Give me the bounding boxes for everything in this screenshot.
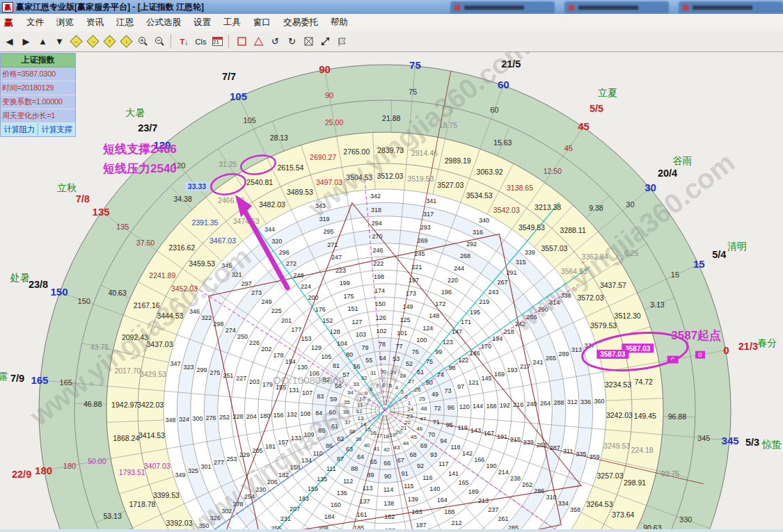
svg-text:165: 165: [458, 479, 468, 486]
gann-wheel-svg[interactable]: 1234567891011121314151617181920212223242…: [0, 51, 783, 532]
svg-text:3587.03: 3587.03: [600, 350, 626, 358]
background-tab[interactable]: [564, 1, 669, 14]
svg-text:129: 129: [311, 344, 322, 351]
diamond-down[interactable]: ↓: [119, 33, 134, 49]
svg-text:大暑: 大暑: [125, 107, 145, 118]
svg-text:135: 135: [317, 476, 327, 483]
square-tool[interactable]: [235, 33, 249, 49]
menu-item-5[interactable]: 设置: [187, 15, 217, 31]
move-tool[interactable]: [318, 33, 333, 49]
svg-text:141: 141: [448, 470, 459, 477]
menu-item-9[interactable]: 帮助: [324, 15, 354, 31]
svg-text:3: 3: [401, 389, 404, 395]
svg-text:75: 75: [409, 88, 417, 96]
menu-item-7[interactable]: 窗口: [247, 15, 277, 31]
svg-text:67: 67: [397, 457, 404, 464]
svg-text:77: 77: [395, 343, 402, 350]
triangle-tool[interactable]: [251, 33, 266, 49]
svg-text:253: 253: [226, 456, 237, 462]
svg-text:191: 191: [497, 433, 507, 440]
peak-down-tool[interactable]: ▼: [52, 33, 67, 49]
svg-text:31.25: 31.25: [219, 160, 237, 168]
menu-item-1[interactable]: 浏览: [50, 15, 80, 31]
cls-button[interactable]: Cls: [193, 33, 208, 49]
diamond-left[interactable]: ←: [69, 33, 84, 49]
svg-text:262: 262: [522, 481, 532, 488]
zoom-out-icon[interactable]: [152, 33, 167, 49]
index-info-panel: 上证指数 价格=3587.0300时间=20180129变换系数=1.00000…: [0, 53, 76, 137]
svg-text:204: 204: [246, 413, 257, 420]
panel-button-0[interactable]: 计算阻力: [1, 123, 38, 136]
svg-text:3063.92: 3063.92: [477, 168, 503, 176]
background-browser-tabs[interactable]: [441, 0, 783, 14]
menu-item-6[interactable]: 工具: [217, 15, 247, 31]
svg-text:127: 127: [351, 319, 362, 325]
svg-text:93: 93: [430, 451, 437, 458]
svg-text:103: 103: [356, 331, 366, 338]
rotate-cw-icon[interactable]: ↻: [285, 33, 299, 49]
svg-text:114: 114: [383, 486, 393, 493]
svg-text:245: 245: [414, 250, 425, 257]
svg-text:223: 223: [335, 267, 346, 274]
menu-item-2[interactable]: 资讯: [80, 15, 110, 31]
svg-text:231: 231: [280, 515, 291, 522]
svg-text:短线压力2540: 短线压力2540: [102, 162, 177, 175]
background-tab[interactable]: [450, 1, 555, 14]
background-tab[interactable]: [679, 1, 783, 14]
axis-tool[interactable]: T↓: [177, 33, 191, 49]
svg-text:惊蛰: 惊蛰: [761, 439, 782, 450]
svg-text:172: 172: [435, 300, 445, 307]
back-arrow[interactable]: ◀: [2, 33, 17, 49]
svg-text:2540.81: 2540.81: [246, 178, 273, 186]
svg-text:113: 113: [363, 485, 372, 492]
svg-text:3467.03: 3467.03: [209, 236, 236, 245]
svg-text:3249.53: 3249.53: [603, 442, 630, 450]
svg-text:3557.03: 3557.03: [541, 244, 567, 252]
svg-text:163: 163: [411, 508, 422, 515]
menu-item-0[interactable]: 文件: [20, 15, 50, 31]
menu-item-8[interactable]: 交易委托: [277, 15, 324, 31]
svg-text:90: 90: [325, 91, 333, 99]
svg-text:清明: 清明: [727, 241, 747, 252]
svg-text:137: 137: [360, 498, 370, 505]
svg-text:240: 240: [527, 401, 537, 408]
svg-text:46.88: 46.88: [84, 400, 102, 408]
svg-text:220: 220: [448, 277, 458, 284]
svg-text:122: 122: [458, 357, 468, 364]
panel-button-1[interactable]: 计算支撑: [38, 123, 75, 136]
calendar-icon[interactable]: 21: [210, 33, 225, 49]
svg-text:15: 15: [693, 258, 705, 270]
flag-tool[interactable]: [335, 33, 349, 49]
svg-text:217: 217: [520, 363, 530, 370]
forward-arrow[interactable]: ▶: [19, 33, 33, 49]
svg-text:143: 143: [470, 427, 481, 434]
gann-wheel-chart[interactable]: 1234567891011121314151617181920212223242…: [0, 51, 783, 532]
svg-text:184: 184: [324, 513, 335, 520]
svg-text:215: 215: [510, 436, 521, 443]
menu-item-3[interactable]: 江恩: [110, 15, 140, 31]
svg-text:340: 340: [479, 217, 489, 224]
menu-bar: 赢文件浏览资讯江恩公式选股设置工具窗口交易委托帮助: [0, 14, 783, 32]
rotate-ccw-icon[interactable]: ↺: [268, 33, 283, 49]
toolbar-separator: [171, 35, 171, 49]
svg-text:34.38: 34.38: [173, 195, 191, 203]
svg-text:229: 229: [239, 451, 250, 458]
menu-item-4[interactable]: 公式选股: [140, 15, 187, 31]
svg-text:0: 0: [723, 344, 729, 356]
svg-text:100: 100: [416, 337, 427, 344]
svg-text:105: 105: [230, 90, 247, 102]
diamond-right[interactable]: →: [86, 33, 100, 49]
box-select-tool[interactable]: [301, 33, 316, 49]
svg-text:358: 358: [570, 506, 580, 513]
diamond-up[interactable]: ↑: [102, 33, 117, 49]
svg-text:267: 267: [497, 279, 507, 286]
svg-text:1793.51: 1793.51: [119, 468, 145, 476]
svg-text:273: 273: [251, 289, 262, 296]
zoom-in-icon[interactable]: [136, 33, 150, 49]
svg-text:168: 168: [486, 403, 496, 410]
peak-up-tool[interactable]: ▲: [35, 33, 50, 49]
svg-text:33.33: 33.33: [188, 182, 206, 191]
svg-text:3.13: 3.13: [650, 300, 665, 309]
svg-text:50: 50: [426, 379, 433, 386]
svg-text:20/4: 20/4: [658, 168, 677, 179]
